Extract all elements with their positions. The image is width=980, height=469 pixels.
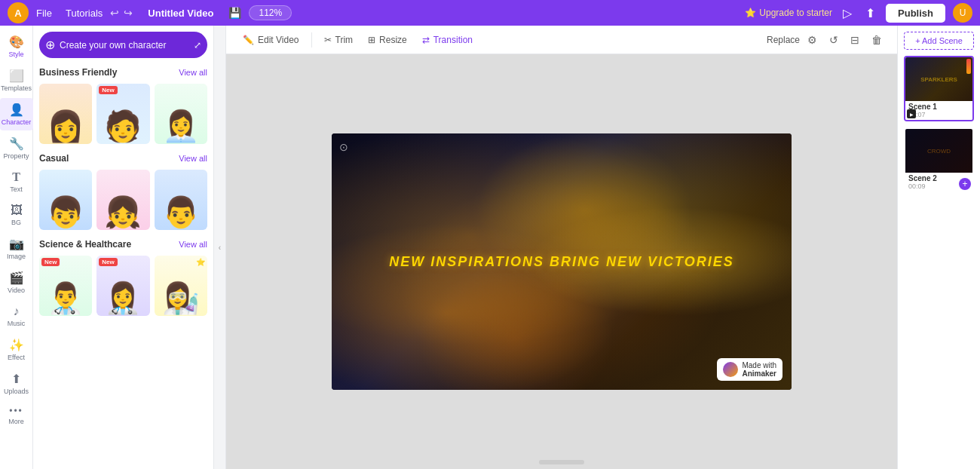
editor-area: ✏️ Edit Video ✂ Trim ⊞ Resize ⇄ Transiti… <box>226 26 897 469</box>
trim-button[interactable]: ✂ Trim <box>318 32 360 48</box>
new-badge: New <box>99 258 117 266</box>
new-badge: New <box>99 86 117 94</box>
watermark-text: Made with Animaker <box>742 361 776 378</box>
char-item[interactable]: 👨 <box>155 170 207 230</box>
char-item[interactable]: New 👩‍⚕️ <box>96 256 149 316</box>
watermark: Made with Animaker <box>717 358 782 381</box>
sidebar-item-uploads[interactable]: ⬆ Uploads <box>0 367 33 400</box>
scenes-panel: + Add Scene SPARKLERS ▶ Scene 1 00:07 CR… <box>897 26 980 469</box>
section-header-casual: Casual View all <box>39 153 207 164</box>
autosave-icon: 💾 <box>228 7 241 19</box>
canvas-scroll-handle[interactable] <box>539 460 584 464</box>
sidebar-item-bg[interactable]: 🖼 BG <box>0 199 33 231</box>
transition-button[interactable]: ⇄ Transition <box>416 32 479 48</box>
scene-image-1: SPARKLERS <box>905 57 972 101</box>
add-scene-button[interactable]: + Add Scene <box>904 32 974 50</box>
char-figure: 👩‍⚕️ <box>104 280 142 316</box>
sidebar-item-image[interactable]: 📷 Image <box>0 232 33 265</box>
resize-icon: ⊞ <box>368 35 375 45</box>
scene-thumbnail-1[interactable]: SPARKLERS ▶ Scene 1 00:07 <box>904 56 974 121</box>
sidebar-item-style[interactable]: 🎨 Style <box>0 30 33 63</box>
share-button[interactable]: ⬆ <box>862 3 878 23</box>
editor-toolbar: ✏️ Edit Video ✂ Trim ⊞ Resize ⇄ Transiti… <box>226 26 897 54</box>
canvas-area: ⊙ NEW INSPIRATIONS BRING NEW VICTORIES M… <box>226 54 897 469</box>
redo-button[interactable]: ↪ <box>124 7 133 19</box>
scene-thumbnail-2[interactable]: CROWD + Scene 2 00:09 <box>904 127 974 193</box>
transition-icon: ⇄ <box>422 35 430 45</box>
video-canvas: ⊙ NEW INSPIRATIONS BRING NEW VICTORIES M… <box>332 133 792 390</box>
scene-add-button[interactable]: + <box>959 178 971 190</box>
topbar: A File Tutorials ↩ ↪ Untitled Video 💾 11… <box>0 0 980 26</box>
char-figure: 👦 <box>47 195 84 230</box>
style-icon: 🎨 <box>9 35 24 49</box>
character-icon: 👤 <box>9 103 24 117</box>
video-icon: 🎬 <box>9 271 24 285</box>
menu-bar: File Tutorials <box>36 8 103 19</box>
star-icon: ⭐ <box>745 8 756 18</box>
resize-button[interactable]: ⊞ Resize <box>362 32 413 48</box>
section-header-business: Business Friendly View all <box>39 67 207 78</box>
char-figure: 👧 <box>104 195 142 230</box>
watermark-logo <box>723 362 738 377</box>
settings-icon-button[interactable]: ⚙ <box>803 31 822 49</box>
publish-button[interactable]: Publish <box>886 4 945 23</box>
text-icon: T <box>12 170 20 184</box>
char-figure: 👨 <box>162 195 200 230</box>
sidebar-item-character[interactable]: 👤 Character <box>0 98 33 130</box>
sidebar-item-effect[interactable]: ✨ Effect <box>0 333 33 366</box>
undo-button[interactable]: ↩ <box>110 7 119 19</box>
plus-icon: ⊕ <box>45 38 55 52</box>
char-item[interactable]: New 🧑 <box>96 84 149 144</box>
char-grid-business: 👩 New 🧑 👩‍💼 <box>39 84 207 144</box>
char-grid-science: New 👨‍⚕️ New 👩‍⚕️ ⭐ 👩‍🔬 <box>39 256 207 316</box>
templates-icon: ⬜ <box>9 69 24 83</box>
edit-video-button[interactable]: ✏️ Edit Video <box>237 32 305 48</box>
music-icon: ♪ <box>14 305 20 318</box>
scene-color-bar <box>966 59 971 74</box>
char-grid-casual: 👦 👧 👨 <box>39 170 207 230</box>
more-icon: ••• <box>9 406 23 416</box>
section-header-science: Science & Healthcare View all <box>39 239 207 250</box>
zoom-control[interactable]: 112% <box>249 5 292 20</box>
trim-icon: ✂ <box>324 35 332 45</box>
delete-button[interactable]: 🗑 <box>867 31 887 49</box>
star-badge: ⭐ <box>196 258 205 266</box>
menu-file[interactable]: File <box>36 8 52 19</box>
char-figure: 🧑 <box>104 109 142 144</box>
sidebar-item-video[interactable]: 🎬 Video <box>0 266 33 299</box>
app-logo[interactable]: A <box>8 2 29 23</box>
upgrade-button[interactable]: ⭐ Upgrade to starter <box>745 8 832 18</box>
create-character-button[interactable]: ⊕ Create your own character ⤢ <box>39 32 207 58</box>
image-icon: 📷 <box>9 237 24 251</box>
project-title[interactable]: Untitled Video <box>148 8 213 19</box>
char-figure: 👩‍💼 <box>162 109 200 144</box>
sidebar-item-templates[interactable]: ⬜ Templates <box>0 64 33 97</box>
char-figure: 👩 <box>47 109 84 144</box>
split-view-button[interactable]: ⊟ <box>846 31 864 49</box>
char-figure: 👨‍⚕️ <box>47 280 84 316</box>
char-item[interactable]: 👧 <box>96 170 149 230</box>
edit-video-icon: ✏️ <box>243 35 254 45</box>
char-item[interactable]: New 👨‍⚕️ <box>39 256 92 316</box>
toolbar-separator <box>311 32 312 48</box>
sidebar-item-property[interactable]: 🔧 Property <box>0 132 33 164</box>
scene-play-icon: ▶ <box>907 109 916 118</box>
sidebar-item-more[interactable]: ••• More <box>0 401 33 430</box>
menu-tutorials[interactable]: Tutorials <box>66 8 103 19</box>
char-figure: 👩‍🔬 <box>162 280 200 316</box>
main-area: 🎨 Style ⬜ Templates 👤 Character 🔧 Proper… <box>0 26 980 469</box>
refresh-button[interactable]: ↺ <box>825 31 843 49</box>
collapse-panel-button[interactable]: ‹ <box>214 26 226 469</box>
sidebar-item-text[interactable]: T Text <box>0 166 33 198</box>
char-item[interactable]: ⭐ 👩‍🔬 <box>155 256 207 316</box>
play-preview-button[interactable]: ▷ <box>840 3 855 23</box>
effect-icon: ✨ <box>9 338 24 352</box>
char-item[interactable]: 👩‍💼 <box>155 84 207 144</box>
user-avatar[interactable]: U <box>953 3 972 23</box>
sidebar-icons: 🎨 Style ⬜ Templates 👤 Character 🔧 Proper… <box>0 26 33 469</box>
canvas-main-text[interactable]: NEW INSPIRATIONS BRING NEW VICTORIES <box>389 254 733 270</box>
sidebar-item-music[interactable]: ♪ Music <box>0 300 33 332</box>
char-item[interactable]: 👦 <box>39 170 92 230</box>
canvas-corner-icon: ⊙ <box>339 141 348 153</box>
char-item[interactable]: 👩 <box>39 84 92 144</box>
